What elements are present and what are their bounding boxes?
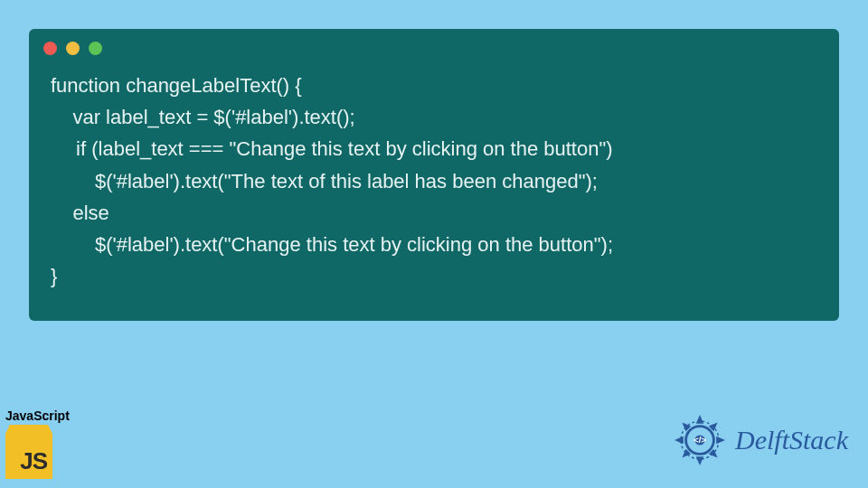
code-line: if (label_text === "Change this text by … xyxy=(51,137,613,160)
maximize-icon[interactable] xyxy=(89,42,102,55)
javascript-logo-icon: JS xyxy=(5,425,52,479)
code-window: function changeLabelText() { var label_t… xyxy=(29,29,839,321)
window-titlebar xyxy=(29,29,839,62)
code-line: $('#label').text("Change this text by cl… xyxy=(51,233,613,256)
code-line: } xyxy=(51,265,57,287)
delftstack-icon: </> xyxy=(668,408,731,472)
javascript-logo-text: JS xyxy=(20,447,47,475)
code-line: function changeLabelText() { xyxy=(51,74,302,97)
brand-name: DelftStack xyxy=(735,425,848,455)
code-line: $('#label').text("The text of this label… xyxy=(51,170,598,192)
svg-text:</>: </> xyxy=(693,435,706,445)
close-icon[interactable] xyxy=(43,42,57,55)
javascript-badge: JavaScript JS xyxy=(5,408,80,479)
minimize-icon[interactable] xyxy=(66,42,80,55)
code-block: function changeLabelText() { var label_t… xyxy=(29,62,839,303)
javascript-label: JavaScript xyxy=(5,408,80,423)
brand-logo: </> DelftStack xyxy=(668,408,848,472)
code-line: var label_text = $('#label').text(); xyxy=(51,106,355,128)
code-line: else xyxy=(51,202,109,224)
